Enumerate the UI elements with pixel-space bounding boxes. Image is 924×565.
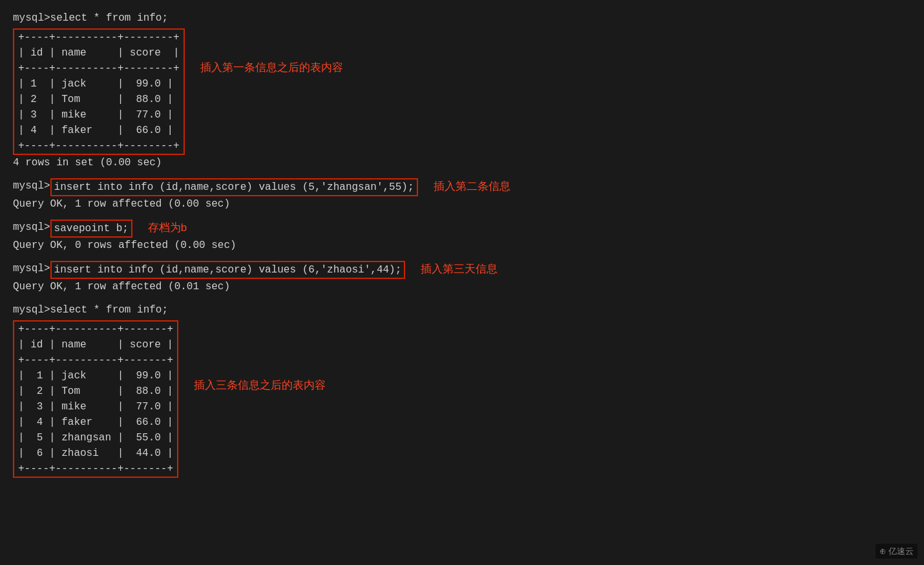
section-query1: mysql> select * from info; +----+-------… xyxy=(13,10,911,170)
annotation-1: 插入第一条信息之后的表内容 xyxy=(200,59,343,76)
table1-footer: 4 rows in set (0.00 sec) xyxy=(13,155,911,170)
annotation-2: 插入第二条信息 xyxy=(434,178,510,195)
prompt4: mysql> xyxy=(13,261,50,276)
table2-row-2: | 2 | Tom | 88.0 | xyxy=(14,384,177,399)
table1-border-top: +----+----------+--------+ xyxy=(14,30,184,45)
query2-cmd: select * from info; xyxy=(50,302,168,318)
table1-border-mid: +----+----------+--------+ xyxy=(14,61,184,76)
result-table-1: +----+----------+--------+ | id | name |… xyxy=(13,28,185,155)
table1-border-bot: +----+----------+--------+ xyxy=(14,138,184,154)
prompt2: mysql> xyxy=(13,178,50,194)
section-query2: mysql> select * from info; +----+-------… xyxy=(13,302,911,478)
table2-row-3: | 3 | mike | 77.0 | xyxy=(14,399,177,415)
table2-header: | id | name | score | xyxy=(14,337,177,353)
query1-prompt-line: mysql> select * from info; xyxy=(13,10,911,26)
section-insert1: mysql> insert into info (id,name,score) … xyxy=(13,178,911,212)
table1-row-3: | 3 | mike | 77.0 | xyxy=(14,107,184,123)
table1-row-2: | 2 | Tom | 88.0 | xyxy=(14,92,184,107)
annotation-5: 插入三条信息之后的表内容 xyxy=(194,377,326,394)
insert1-prompt-line: mysql> insert into info (id,name,score) … xyxy=(13,178,911,196)
table2-row-5: | 5 | zhangsan | 55.0 | xyxy=(14,430,177,446)
section-insert2: mysql> insert into info (id,name,score) … xyxy=(13,261,911,294)
annotation-3: 存档为b xyxy=(148,220,187,236)
table2-container: +----+----------+-------+ | id | name | … xyxy=(13,319,911,478)
insert2-cmd-box: insert into info (id,name,score) values … xyxy=(50,261,406,279)
prompt3: mysql> xyxy=(13,220,50,235)
savepoint-prompt-line: mysql> savepoint b;存档为b xyxy=(13,220,911,238)
table1-row-4: | 4 | faker | 66.0 | xyxy=(14,123,184,138)
table2-border-top: +----+----------+-------+ xyxy=(14,322,177,337)
table1-row-1: | 1 | jack | 99.0 | xyxy=(14,76,184,92)
section-savepoint: mysql> savepoint b;存档为b Query OK, 0 rows… xyxy=(13,220,911,253)
insert1-result: Query OK, 1 row affected (0.00 sec) xyxy=(13,196,911,212)
insert2-prompt-line: mysql> insert into info (id,name,score) … xyxy=(13,261,911,279)
table2-border-mid: +----+----------+-------+ xyxy=(14,353,177,368)
insert2-result: Query OK, 1 row affected (0.01 sec) xyxy=(13,279,911,294)
savepoint-result: Query OK, 0 rows affected (0.00 sec) xyxy=(13,238,911,253)
watermark: ⊕ 亿速云 xyxy=(876,544,918,559)
table1-container: +----+----------+--------+ | id | name |… xyxy=(13,27,911,155)
query2-prompt-line: mysql> select * from info; xyxy=(13,302,911,318)
annotation-4: 插入第三天信息 xyxy=(421,261,498,278)
query1-cmd: select * from info; xyxy=(50,10,168,26)
table1-header: | id | name | score | xyxy=(14,45,184,61)
savepoint-cmd-box: savepoint b; xyxy=(50,220,132,238)
prompt5: mysql> xyxy=(13,302,50,318)
table2-row-1: | 1 | jack | 99.0 | xyxy=(14,368,177,384)
insert1-cmd-box: insert into info (id,name,score) values … xyxy=(50,178,418,196)
result-table-2: +----+----------+-------+ | id | name | … xyxy=(13,320,178,478)
prompt1: mysql> xyxy=(13,10,50,26)
table2-row-4: | 4 | faker | 66.0 | xyxy=(14,415,177,430)
table2-border-bot: +----+----------+-------+ xyxy=(14,461,177,477)
table2-row-6: | 6 | zhaosi | 44.0 | xyxy=(14,446,177,461)
